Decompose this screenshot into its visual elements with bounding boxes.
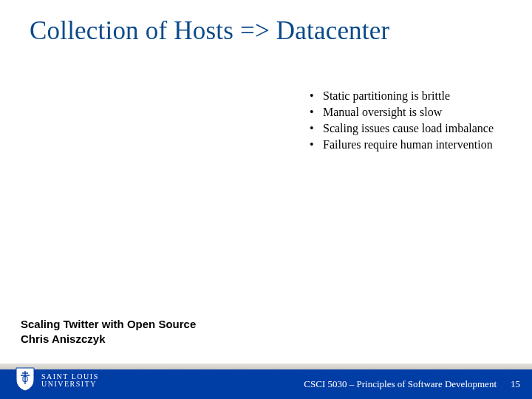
logo-text-bottom: UNIVERSITY	[41, 381, 99, 388]
logo-text: SAINT LOUIS UNIVERSITY	[41, 373, 99, 388]
bullet-item: Static partitioning is brittle	[307, 89, 514, 103]
university-logo: SAINT LOUIS UNIVERSITY	[15, 366, 99, 395]
slide: Collection of Hosts => Datacenter Static…	[0, 0, 532, 399]
bullet-item: Failures require human intervention	[307, 137, 514, 152]
footer: SAINT LOUIS UNIVERSITY CSCI 5030 – Princ…	[0, 355, 532, 399]
bullet-item: Manual oversight is slow	[307, 105, 514, 120]
bullet-item: Scaling issues cause load imbalance	[307, 121, 514, 136]
footer-page-number: 15	[511, 378, 520, 390]
slide-title: Collection of Hosts => Datacenter	[30, 16, 517, 46]
footer-course-label: CSCI 5030 – Principles of Software Devel…	[304, 378, 497, 390]
attribution-block: Scaling Twitter with Open Source Chris A…	[21, 317, 196, 346]
shield-icon	[15, 366, 35, 395]
attribution-title: Scaling Twitter with Open Source	[21, 317, 196, 332]
bullet-list: Static partitioning is brittle Manual ov…	[307, 89, 514, 154]
attribution-author: Chris Aniszczyk	[21, 332, 196, 347]
